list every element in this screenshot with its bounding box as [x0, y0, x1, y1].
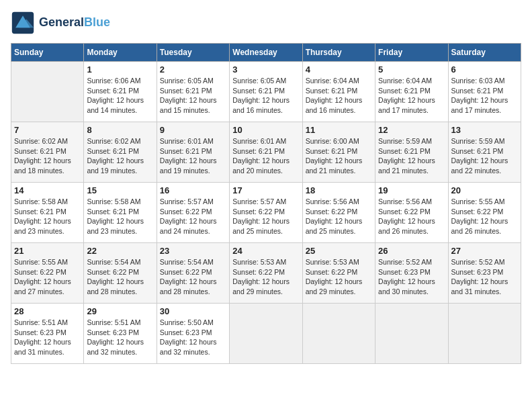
day-info: Sunrise: 6:00 AMSunset: 6:21 PMDaylight:… [306, 136, 372, 176]
day-number: 14 [14, 185, 81, 195]
day-info: Sunrise: 6:06 AMSunset: 6:21 PMDaylight:… [87, 76, 153, 116]
day-info: Sunrise: 5:54 AMSunset: 6:22 PMDaylight:… [87, 257, 153, 297]
calendar-cell: 3Sunrise: 6:05 AMSunset: 6:21 PMDaylight… [230, 62, 302, 122]
day-number: 15 [87, 185, 153, 195]
day-number: 30 [160, 306, 226, 316]
calendar-cell: 11Sunrise: 6:00 AMSunset: 6:21 PMDayligh… [302, 122, 375, 183]
day-info: Sunrise: 6:03 AMSunset: 6:21 PMDaylight:… [451, 76, 518, 116]
weekday-header-monday: Monday [84, 44, 157, 62]
day-info: Sunrise: 5:57 AMSunset: 6:22 PMDaylight:… [232, 197, 299, 236]
calendar-cell [375, 304, 448, 364]
day-info: Sunrise: 5:58 AMSunset: 6:21 PMDaylight:… [14, 197, 81, 236]
calendar-cell: 22Sunrise: 5:54 AMSunset: 6:22 PMDayligh… [84, 243, 157, 304]
week-row-1: 1Sunrise: 6:06 AMSunset: 6:21 PMDaylight… [11, 62, 521, 122]
day-info: Sunrise: 5:57 AMSunset: 6:22 PMDaylight:… [160, 197, 226, 236]
logo: GeneralBlue [11, 11, 110, 35]
day-info: Sunrise: 6:05 AMSunset: 6:21 PMDaylight:… [160, 76, 226, 116]
calendar-cell: 2Sunrise: 6:05 AMSunset: 6:21 PMDaylight… [157, 62, 229, 122]
day-number: 18 [306, 185, 372, 195]
day-info: Sunrise: 6:02 AMSunset: 6:21 PMDaylight:… [87, 136, 153, 176]
weekday-header-saturday: Saturday [448, 44, 521, 62]
calendar-table: SundayMondayTuesdayWednesdayThursdayFrid… [11, 43, 521, 364]
calendar-cell: 6Sunrise: 6:03 AMSunset: 6:21 PMDaylight… [448, 62, 521, 122]
calendar-cell: 25Sunrise: 5:53 AMSunset: 6:22 PMDayligh… [302, 243, 375, 304]
calendar-cell: 17Sunrise: 5:57 AMSunset: 6:22 PMDayligh… [230, 183, 302, 243]
calendar-cell: 21Sunrise: 5:55 AMSunset: 6:22 PMDayligh… [11, 243, 84, 304]
logo-text: GeneralBlue [39, 16, 110, 30]
day-info: Sunrise: 5:52 AMSunset: 6:23 PMDaylight:… [451, 257, 518, 297]
calendar-cell: 9Sunrise: 6:01 AMSunset: 6:21 PMDaylight… [157, 122, 229, 183]
calendar-cell: 16Sunrise: 5:57 AMSunset: 6:22 PMDayligh… [157, 183, 229, 243]
weekday-header-tuesday: Tuesday [157, 44, 229, 62]
day-number: 22 [87, 246, 153, 256]
day-info: Sunrise: 5:56 AMSunset: 6:22 PMDaylight:… [378, 197, 445, 236]
day-info: Sunrise: 5:52 AMSunset: 6:23 PMDaylight:… [378, 257, 445, 297]
day-number: 11 [306, 125, 372, 135]
day-info: Sunrise: 5:55 AMSunset: 6:22 PMDaylight:… [451, 197, 518, 236]
day-info: Sunrise: 5:53 AMSunset: 6:22 PMDaylight:… [306, 257, 372, 297]
calendar-cell: 1Sunrise: 6:06 AMSunset: 6:21 PMDaylight… [84, 62, 157, 122]
weekday-header-wednesday: Wednesday [230, 44, 302, 62]
calendar-cell: 10Sunrise: 6:01 AMSunset: 6:21 PMDayligh… [230, 122, 302, 183]
day-number: 6 [451, 64, 518, 75]
calendar-cell: 15Sunrise: 5:58 AMSunset: 6:21 PMDayligh… [84, 183, 157, 243]
day-number: 3 [232, 64, 299, 75]
day-info: Sunrise: 6:01 AMSunset: 6:21 PMDaylight:… [160, 136, 226, 176]
calendar-cell: 8Sunrise: 6:02 AMSunset: 6:21 PMDaylight… [84, 122, 157, 183]
day-number: 23 [160, 246, 226, 256]
page-header: GeneralBlue [11, 11, 521, 35]
calendar-cell [11, 62, 84, 122]
calendar-cell: 19Sunrise: 5:56 AMSunset: 6:22 PMDayligh… [375, 183, 448, 243]
calendar-cell: 20Sunrise: 5:55 AMSunset: 6:22 PMDayligh… [448, 183, 521, 243]
calendar-cell [230, 304, 302, 364]
day-info: Sunrise: 5:51 AMSunset: 6:23 PMDaylight:… [87, 318, 153, 357]
day-info: Sunrise: 5:58 AMSunset: 6:21 PMDaylight:… [87, 197, 153, 236]
day-number: 13 [451, 125, 518, 135]
day-info: Sunrise: 5:56 AMSunset: 6:22 PMDaylight:… [306, 197, 372, 236]
calendar-cell: 24Sunrise: 5:53 AMSunset: 6:22 PMDayligh… [230, 243, 302, 304]
calendar-cell: 12Sunrise: 5:59 AMSunset: 6:21 PMDayligh… [375, 122, 448, 183]
calendar-cell: 29Sunrise: 5:51 AMSunset: 6:23 PMDayligh… [84, 304, 157, 364]
day-info: Sunrise: 5:59 AMSunset: 6:21 PMDaylight:… [378, 136, 445, 176]
day-number: 7 [14, 125, 81, 135]
logo-icon [11, 11, 35, 35]
calendar-cell: 14Sunrise: 5:58 AMSunset: 6:21 PMDayligh… [11, 183, 84, 243]
calendar-cell: 30Sunrise: 5:50 AMSunset: 6:23 PMDayligh… [157, 304, 229, 364]
day-info: Sunrise: 6:01 AMSunset: 6:21 PMDaylight:… [232, 136, 299, 176]
day-info: Sunrise: 6:04 AMSunset: 6:21 PMDaylight:… [378, 76, 445, 116]
day-number: 16 [160, 185, 226, 195]
day-number: 10 [232, 125, 299, 135]
calendar-cell: 13Sunrise: 5:59 AMSunset: 6:21 PMDayligh… [448, 122, 521, 183]
calendar-cell: 7Sunrise: 6:02 AMSunset: 6:21 PMDaylight… [11, 122, 84, 183]
week-row-4: 21Sunrise: 5:55 AMSunset: 6:22 PMDayligh… [11, 243, 521, 304]
day-number: 4 [306, 64, 372, 75]
weekday-header-thursday: Thursday [302, 44, 375, 62]
day-number: 29 [87, 306, 153, 316]
weekday-header-row: SundayMondayTuesdayWednesdayThursdayFrid… [11, 44, 521, 62]
day-number: 17 [232, 185, 299, 195]
day-number: 12 [378, 125, 445, 135]
day-number: 28 [14, 306, 81, 316]
weekday-header-friday: Friday [375, 44, 448, 62]
week-row-2: 7Sunrise: 6:02 AMSunset: 6:21 PMDaylight… [11, 122, 521, 183]
day-number: 5 [378, 64, 445, 75]
calendar-cell: 26Sunrise: 5:52 AMSunset: 6:23 PMDayligh… [375, 243, 448, 304]
day-info: Sunrise: 5:55 AMSunset: 6:22 PMDaylight:… [14, 257, 81, 297]
day-number: 1 [87, 64, 153, 75]
weekday-header-sunday: Sunday [11, 44, 84, 62]
day-info: Sunrise: 6:02 AMSunset: 6:21 PMDaylight:… [14, 136, 81, 176]
calendar-cell: 23Sunrise: 5:54 AMSunset: 6:22 PMDayligh… [157, 243, 229, 304]
calendar-cell: 18Sunrise: 5:56 AMSunset: 6:22 PMDayligh… [302, 183, 375, 243]
calendar-cell: 4Sunrise: 6:04 AMSunset: 6:21 PMDaylight… [302, 62, 375, 122]
day-info: Sunrise: 5:59 AMSunset: 6:21 PMDaylight:… [451, 136, 518, 176]
day-number: 25 [306, 246, 372, 256]
day-info: Sunrise: 5:53 AMSunset: 6:22 PMDaylight:… [232, 257, 299, 297]
day-number: 24 [232, 246, 299, 256]
day-info: Sunrise: 5:50 AMSunset: 6:23 PMDaylight:… [160, 318, 226, 357]
calendar-cell: 5Sunrise: 6:04 AMSunset: 6:21 PMDaylight… [375, 62, 448, 122]
day-info: Sunrise: 5:51 AMSunset: 6:23 PMDaylight:… [14, 318, 81, 357]
day-info: Sunrise: 6:05 AMSunset: 6:21 PMDaylight:… [232, 76, 299, 116]
day-number: 27 [451, 246, 518, 256]
week-row-5: 28Sunrise: 5:51 AMSunset: 6:23 PMDayligh… [11, 304, 521, 364]
calendar-cell [302, 304, 375, 364]
